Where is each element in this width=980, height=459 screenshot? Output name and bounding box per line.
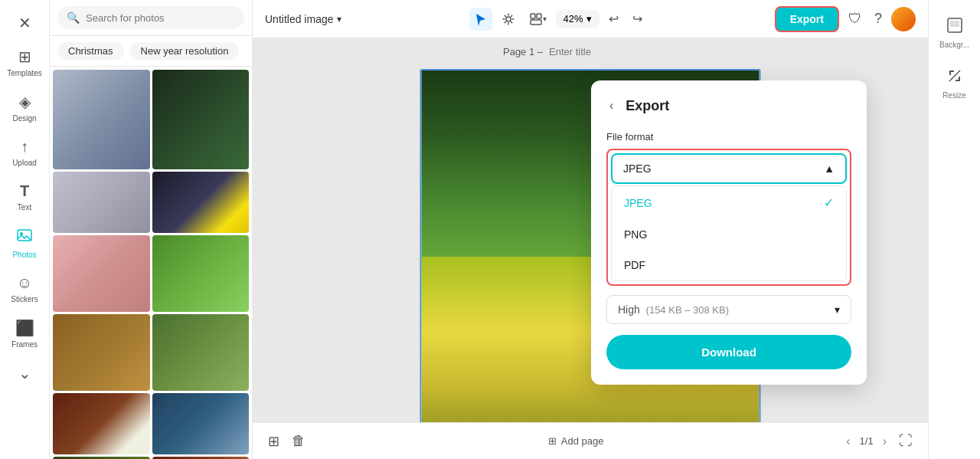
zoom-control[interactable]: 42% ▾ xyxy=(556,10,599,28)
back-button[interactable]: ‹ xyxy=(606,96,616,116)
sidebar-item-label: Design xyxy=(12,114,36,123)
list-item[interactable] xyxy=(152,314,250,391)
search-input-wrap[interactable]: 🔍 xyxy=(57,6,244,29)
toolbar-right: Export 🛡 ? xyxy=(775,6,916,32)
right-panel-item-resize[interactable]: Resize xyxy=(932,60,977,107)
page-header: Page 1 – xyxy=(503,46,678,57)
filter-tag-christmas[interactable]: Christmas xyxy=(57,42,124,60)
chevron-up-icon: ▲ xyxy=(824,162,835,175)
plus-icon: ⊞ xyxy=(548,435,557,447)
sidebar-item-photos[interactable]: Photos xyxy=(0,219,49,267)
bottom-left: ⊞ 🗑 xyxy=(265,430,309,453)
stickers-icon: ☺ xyxy=(17,274,32,292)
sidebar-item-label: Upload xyxy=(12,159,37,167)
sidebar-item-label: Frames xyxy=(11,340,38,349)
chevron-down-icon: ▾ xyxy=(586,13,592,25)
format-option-pdf[interactable]: PDF xyxy=(612,250,846,280)
text-icon: T xyxy=(20,182,29,200)
format-option-jpeg[interactable]: JPEG ✓ xyxy=(612,186,846,219)
sidebar-item-design[interactable]: ◈ Design xyxy=(0,85,49,130)
logo-icon: ✕ xyxy=(18,14,31,32)
more-icon: ⌄ xyxy=(18,364,31,382)
export-button[interactable]: Export xyxy=(775,6,839,32)
canvas-area[interactable]: Page 1 – ‹ Export File format JPEG ▲ xyxy=(253,38,928,422)
list-item[interactable] xyxy=(152,235,250,312)
format-section: JPEG ▲ JPEG ✓ PNG PDF xyxy=(606,149,851,286)
add-page-button[interactable]: ⊞ Add page xyxy=(541,431,612,451)
layout-tool-button[interactable]: ▾ xyxy=(524,8,551,31)
sidebar-item-label: Text xyxy=(18,203,31,211)
sidebar-item-frames[interactable]: ⬛ Frames xyxy=(0,311,49,356)
format-option-png[interactable]: PNG xyxy=(612,219,846,250)
check-icon: ✓ xyxy=(824,195,834,210)
bottom-right: ‹ 1/1 › ⛶ xyxy=(843,430,916,452)
delete-page-button[interactable]: 🗑 xyxy=(289,430,309,452)
fullscreen-button[interactable]: ⛶ xyxy=(896,430,916,452)
design-icon: ◈ xyxy=(19,93,31,111)
sidebar-item-more[interactable]: ⌄ xyxy=(0,356,49,390)
sidebar: ✕ ⊞ Templates ◈ Design ↑ Upload T Text P… xyxy=(0,0,50,459)
select-tool-button[interactable] xyxy=(469,8,492,31)
pan-tool-button[interactable] xyxy=(497,8,520,31)
file-format-label: File format xyxy=(606,131,851,143)
svg-point-2 xyxy=(506,17,511,21)
list-item[interactable] xyxy=(152,393,250,454)
sidebar-item-templates[interactable]: ⊞ Templates xyxy=(0,40,49,85)
sidebar-item-label: Templates xyxy=(7,69,42,77)
svg-rect-5 xyxy=(531,20,541,25)
sidebar-item-upload[interactable]: ↑ Upload xyxy=(0,130,49,175)
undo-button[interactable]: ↩ xyxy=(604,7,623,31)
sidebar-item-text[interactable]: T Text xyxy=(0,175,49,219)
page-thumbnail-button[interactable]: ⊞ xyxy=(265,430,283,453)
templates-icon: ⊞ xyxy=(18,48,31,66)
resize-icon xyxy=(946,67,963,88)
svg-rect-3 xyxy=(531,14,535,18)
list-item[interactable] xyxy=(53,393,150,454)
frames-icon: ⬛ xyxy=(15,319,34,337)
redo-button[interactable]: ↪ xyxy=(628,7,647,31)
search-input[interactable] xyxy=(86,12,235,24)
list-item[interactable] xyxy=(152,70,250,169)
right-panel: Backgr... Resize xyxy=(928,0,980,459)
right-panel-item-background[interactable]: Backgr... xyxy=(932,9,977,57)
sidebar-item-label: Photos xyxy=(12,251,36,259)
export-panel-header: ‹ Export xyxy=(606,96,851,116)
chevron-down-icon: ▾ xyxy=(835,303,840,316)
bottom-center: ⊞ Add page xyxy=(541,431,612,451)
sidebar-item-stickers[interactable]: ☺ Stickers xyxy=(0,267,49,311)
format-select-button[interactable]: JPEG ▲ xyxy=(611,153,847,184)
upload-icon: ↑ xyxy=(21,138,28,156)
shield-icon-button[interactable]: 🛡 xyxy=(845,8,865,30)
background-icon xyxy=(946,17,963,38)
list-item[interactable] xyxy=(53,70,150,169)
download-button[interactable]: Download xyxy=(606,335,851,369)
filter-tags: Christmas New year resolution xyxy=(50,36,252,67)
bottom-bar: ⊞ 🗑 ⊞ Add page ‹ 1/1 › ⛶ xyxy=(253,422,928,459)
format-dropdown: JPEG ✓ PNG PDF xyxy=(611,185,847,281)
list-item[interactable] xyxy=(53,235,150,312)
avatar[interactable] xyxy=(891,7,916,31)
toolbar-center: ▾ 42% ▾ ↩ ↪ xyxy=(351,7,766,31)
list-item[interactable] xyxy=(152,172,250,233)
page-title-input[interactable] xyxy=(549,46,678,57)
selected-format-text: JPEG xyxy=(623,162,652,175)
page-label: Page 1 – xyxy=(503,46,543,57)
help-icon-button[interactable]: ? xyxy=(871,8,885,30)
doc-title-text: Untitled image xyxy=(265,13,334,25)
filter-tag-new-year[interactable]: New year resolution xyxy=(130,42,240,60)
add-page-label: Add page xyxy=(561,435,604,447)
prev-page-button[interactable]: ‹ xyxy=(843,431,853,451)
next-page-button[interactable]: › xyxy=(880,431,890,451)
photos-panel: 🔍 Christmas New year resolution xyxy=(50,0,253,459)
doc-title[interactable]: Untitled image ▾ xyxy=(265,13,341,25)
chevron-down-icon: ▾ xyxy=(337,14,341,25)
list-item[interactable] xyxy=(53,314,150,391)
sidebar-item-logo[interactable]: ✕ xyxy=(0,6,49,40)
chevron-down-icon: ▾ xyxy=(543,15,547,23)
quality-label: High (154 KB – 308 KB) xyxy=(618,303,729,316)
list-item[interactable] xyxy=(53,172,150,233)
undo-icon: ↩ xyxy=(609,11,619,26)
top-toolbar: Untitled image ▾ ▾ 42% ▾ ↩ ↪ xyxy=(253,0,928,38)
svg-rect-4 xyxy=(537,14,541,18)
quality-select[interactable]: High (154 KB – 308 KB) ▾ xyxy=(606,295,851,324)
